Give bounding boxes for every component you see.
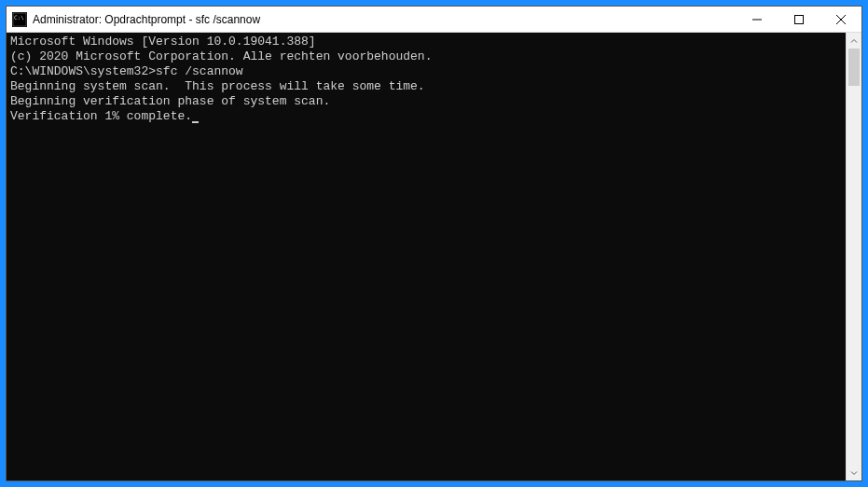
vertical-scrollbar[interactable] [846, 33, 861, 480]
scroll-down-button[interactable] [847, 465, 861, 480]
terminal-output[interactable]: Microsoft Windows [Version 10.0.19041.38… [7, 33, 846, 480]
scroll-thumb[interactable] [848, 49, 860, 86]
command-prompt-window: C:\ Administrator: Opdrachtprompt - sfc … [6, 6, 862, 481]
command-text: sfc /scannow [156, 64, 243, 78]
output-line: Microsoft Windows [Version 10.0.19041.38… [10, 35, 846, 49]
close-icon [836, 15, 846, 24]
minimize-button[interactable] [736, 7, 778, 32]
output-line: Beginning system scan. This process will… [10, 79, 846, 94]
window-title: Administrator: Opdrachtprompt - sfc /sca… [33, 13, 736, 26]
chevron-up-icon [850, 37, 858, 45]
scroll-up-button[interactable] [847, 33, 861, 49]
prompt-line: C:\WINDOWS\system32>sfc /scannow [10, 64, 846, 79]
svg-text:C:\: C:\ [14, 14, 24, 21]
maximize-icon [794, 15, 804, 24]
output-line: (c) 2020 Microsoft Corporation. Alle rec… [10, 49, 846, 64]
window-controls [736, 7, 861, 32]
chevron-down-icon [850, 469, 858, 477]
svg-rect-4 [794, 15, 803, 23]
progress-line: Verification 1% complete. [10, 109, 846, 124]
scroll-track[interactable] [847, 49, 861, 465]
titlebar[interactable]: C:\ Administrator: Opdrachtprompt - sfc … [7, 7, 861, 33]
cmd-icon: C:\ [12, 12, 27, 27]
close-button[interactable] [820, 7, 861, 32]
output-line: Beginning verification phase of system s… [10, 94, 846, 109]
content-wrap: Microsoft Windows [Version 10.0.19041.38… [7, 33, 861, 480]
prompt-path: C:\WINDOWS\system32> [10, 64, 156, 78]
cursor [192, 121, 199, 123]
maximize-button[interactable] [778, 7, 820, 32]
minimize-icon [752, 15, 762, 24]
progress-text: Verification 1% complete. [10, 109, 192, 123]
